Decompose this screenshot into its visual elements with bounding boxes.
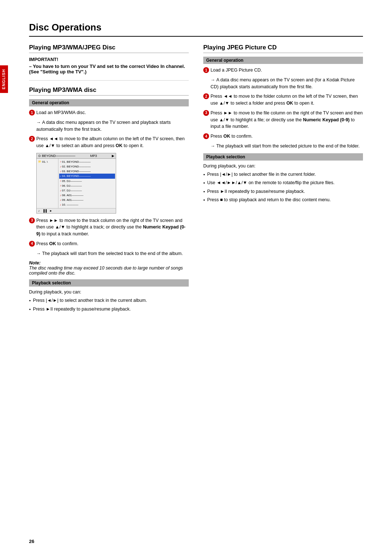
page-number: 26 bbox=[29, 539, 34, 544]
bullet-3-right: Press ►II repeatedly to pause/resume pla… bbox=[203, 189, 363, 195]
bullet-1-left: Press |◄/►| to select another track in t… bbox=[29, 297, 189, 304]
note-section: Note: The disc reading time may exceed 1… bbox=[29, 260, 189, 276]
mini-screen-left-item: 📁 01. \ bbox=[37, 159, 57, 164]
step-4-left: 4 Press OK to confirm. bbox=[29, 240, 189, 247]
general-op-header-left: General operation bbox=[29, 99, 189, 106]
note-icon-3: ♪ bbox=[60, 170, 61, 173]
track-row-9: ♪ 09. A01———— bbox=[59, 198, 115, 202]
mini-screen-header: ⊙ BEYOND—————— MP3 ▶ bbox=[37, 153, 116, 159]
mini-screen-footer: ♪ ▐▐ ► bbox=[37, 208, 116, 213]
folder-icon: 📁 bbox=[38, 160, 41, 163]
footer-note-icon: ♪ bbox=[38, 209, 40, 212]
divider-1 bbox=[29, 80, 189, 81]
step-4-right-arrow: The playback will start from the selecte… bbox=[211, 143, 363, 150]
mini-screen: ⊙ BEYOND—————— MP3 ▶ 📁 01. \ ♪ 01. BEYON… bbox=[36, 153, 116, 214]
step-2-right: 2 Press ◄◄ to move to the folder column … bbox=[203, 93, 363, 107]
track-row-8: ♪ 08. A01———— bbox=[59, 193, 115, 198]
content-columns: Playing MP3/WMA/JPEG Disc IMPORTANT! – Y… bbox=[29, 44, 363, 315]
page-title: Disc Operations bbox=[29, 22, 363, 37]
important-label: IMPORTANT! bbox=[29, 57, 189, 62]
playback-header-left: Playback selection bbox=[29, 279, 189, 287]
language-tab: English bbox=[0, 65, 8, 93]
step-2-left-text: Press ◄◄ to move to the album column on … bbox=[36, 135, 189, 149]
bullet-1-right: Press |◄/►| to select another file in th… bbox=[203, 171, 363, 178]
mini-screen-track-list: ♪ 01. BEYOND———— ♪ 02. BEYOND———— ♪ 03. … bbox=[58, 159, 116, 208]
section-title-mp3wma: Playing MP3/WMA disc bbox=[29, 86, 189, 96]
important-box: IMPORTANT! – You have to turn on your TV… bbox=[29, 57, 189, 74]
step-1-right-text: Load a JPEG Picture CD. bbox=[211, 67, 363, 74]
footer-pause-icon: ▐▐ bbox=[42, 209, 46, 212]
track-row-10: ♪ 10. ———— bbox=[59, 202, 115, 207]
step-4-left-text: Press OK to confirm. bbox=[36, 240, 189, 247]
mini-screen-header-icon: ▶ bbox=[112, 154, 114, 158]
note-icon-10: ♪ bbox=[60, 203, 61, 207]
note-icon-6: ♪ bbox=[60, 184, 61, 187]
step-3-right-text: Press ►► to move to the file column on t… bbox=[211, 110, 363, 130]
step-1-left-arrow: A data disc menu appears on the TV scree… bbox=[36, 119, 189, 133]
bullet-2-left: Press ►II repeatedly to pause/resume pla… bbox=[29, 306, 189, 313]
section-title-mp3wma-jpeg: Playing MP3/WMA/JPEG Disc bbox=[29, 44, 189, 53]
step-1-right: 1 Load a JPEG Picture CD. bbox=[203, 67, 363, 74]
step-4-left-arrow: The playback will start from the selecte… bbox=[36, 250, 189, 257]
step-3-left: 3 Press ►► to move to the track column o… bbox=[29, 217, 189, 238]
track-row-1: ♪ 01. BEYOND———— bbox=[59, 159, 115, 164]
note-icon-5: ♪ bbox=[60, 179, 61, 183]
step-3-right: 3 Press ►► to move to the file column on… bbox=[203, 110, 363, 130]
bullet-2-right: Use ◄◄/►►/▲/▼ on the remote to rotate/fl… bbox=[203, 180, 363, 186]
step-4-right: 4 Press OK to confirm. bbox=[203, 133, 363, 140]
track-row-4-selected: ♪ 04. BEYOND———— bbox=[59, 174, 115, 178]
bullet-4-right: Press ■ to stop playback and return to t… bbox=[203, 197, 363, 203]
track-row-3: ♪ 03. BEYOND———— bbox=[59, 169, 115, 174]
step-2-left: 2 Press ◄◄ to move to the album column o… bbox=[29, 135, 189, 149]
step-4-right-text: Press OK to confirm. bbox=[211, 133, 363, 140]
step-num-3-right: 3 bbox=[203, 110, 209, 116]
general-op-header-right: General operation bbox=[203, 57, 363, 64]
track-row-7: ♪ 07. DJ———— bbox=[59, 188, 115, 193]
step-num-4-right: 4 bbox=[203, 133, 209, 139]
playback-header-right: Playback selection bbox=[203, 153, 363, 161]
playback-bullets-left: Press |◄/►| to select another track in t… bbox=[29, 297, 189, 312]
step-1-right-arrow: A data disc menu appears on the TV scree… bbox=[211, 77, 363, 90]
note-icon-4: ♪ bbox=[60, 174, 61, 178]
mini-screen-body: 📁 01. \ ♪ 01. BEYOND———— ♪ 02. BEYOND———… bbox=[37, 159, 116, 208]
step-num-3-left: 3 bbox=[29, 218, 35, 223]
page: English Disc Operations Playing MP3/WMA/… bbox=[0, 0, 392, 555]
mini-screen-header-right: MP3 bbox=[90, 154, 97, 158]
left-column: Playing MP3/WMA/JPEG Disc IMPORTANT! – Y… bbox=[29, 44, 189, 315]
track-row-5: ♪ 05. DJ———— bbox=[59, 179, 115, 183]
playback-bullets-right: Press |◄/►| to select another file in th… bbox=[203, 171, 363, 203]
note-icon-9: ♪ bbox=[60, 198, 61, 202]
track-row-6: ♪ 06. DJ———— bbox=[59, 183, 115, 188]
note-icon-1: ♪ bbox=[60, 160, 61, 163]
step-num-2-left: 2 bbox=[29, 136, 35, 142]
section-title-jpeg: Playing JPEG Picture CD bbox=[203, 44, 363, 53]
step-num-2-right: 2 bbox=[203, 93, 209, 99]
track-row-2: ♪ 02. BEYOND———— bbox=[59, 164, 115, 169]
note-icon-7: ♪ bbox=[60, 189, 61, 193]
playback-intro-left: During playback, you can: bbox=[29, 289, 189, 295]
step-3-left-text: Press ►► to move to the track column on … bbox=[36, 217, 189, 238]
footer-play-icon: ► bbox=[49, 209, 52, 212]
step-num-1-right: 1 bbox=[203, 67, 209, 73]
note-text: The disc reading time may exceed 10 seco… bbox=[29, 266, 189, 276]
step-1-left-text: Load an MP3/WMA disc. bbox=[36, 109, 189, 116]
step-1-left: 1 Load an MP3/WMA disc. bbox=[29, 109, 189, 116]
step-num-4-left: 4 bbox=[29, 241, 35, 247]
important-bold-text: – You have to turn on your TV and set to… bbox=[29, 64, 185, 74]
important-text: – You have to turn on your TV and set to… bbox=[29, 64, 189, 74]
note-icon-2: ♪ bbox=[60, 165, 61, 169]
step-2-right-text: Press ◄◄ to move to the folder column on… bbox=[211, 93, 363, 107]
mini-screen-header-left: ⊙ BEYOND—————— bbox=[38, 154, 75, 158]
playback-intro-right: During playback, you can: bbox=[203, 163, 363, 169]
right-column: Playing JPEG Picture CD General operatio… bbox=[203, 44, 363, 315]
mini-screen-left-panel: 📁 01. \ bbox=[37, 159, 58, 208]
note-icon-8: ♪ bbox=[60, 194, 61, 197]
note-label: Note: bbox=[29, 260, 189, 266]
step-num-1-left: 1 bbox=[29, 110, 35, 116]
